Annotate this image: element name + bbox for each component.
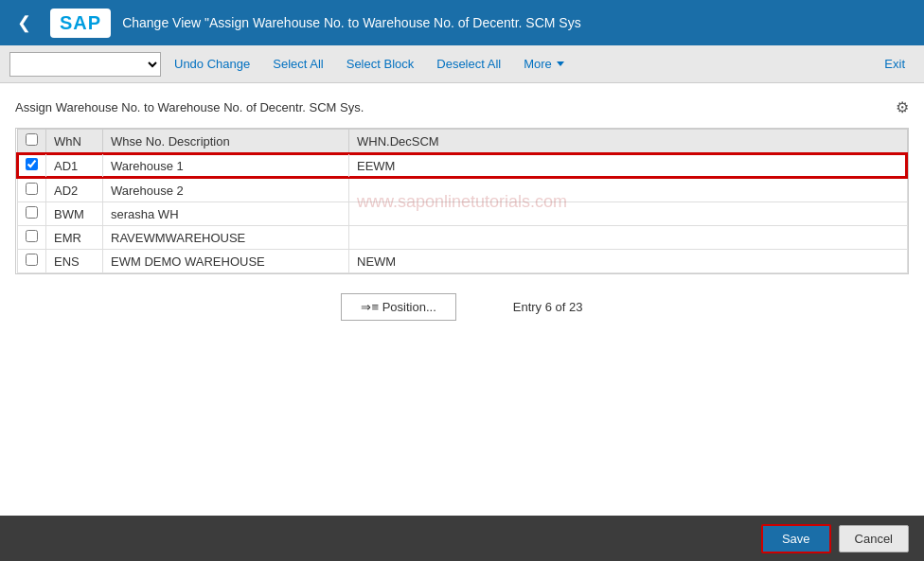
gear-icon[interactable]: ⚙ [896, 98, 909, 116]
row-checkbox[interactable] [26, 254, 38, 266]
row-desc: serasha WH [103, 202, 349, 226]
section-title: Assign Warehouse No. to Warehouse No. of… [15, 100, 364, 114]
table-container: www.saponlinetutorials.com WhN Whse No. … [15, 128, 909, 274]
row-checkbox-cell [17, 226, 46, 250]
row-desc: Warehouse 2 [103, 178, 349, 202]
position-button[interactable]: ⇒≡ Position... [341, 293, 455, 321]
entry-info: Entry 6 of 23 [513, 300, 583, 314]
data-table: WhN Whse No. Description WHN.DecSCM AD1 … [16, 129, 908, 273]
row-checkbox-cell [17, 153, 46, 178]
toolbar-select[interactable] [9, 52, 161, 77]
row-desc: Warehouse 1 [103, 153, 349, 178]
save-button[interactable]: Save [761, 524, 831, 553]
deselect-all-button[interactable]: Deselect All [427, 53, 510, 75]
header-checkbox-cell [17, 130, 46, 154]
main-content: Assign Warehouse No. to Warehouse No. of… [0, 83, 924, 516]
row-checkbox[interactable] [26, 230, 38, 242]
col-header-desc: Whse No. Description [103, 130, 349, 154]
row-whn: ENS [46, 250, 103, 273]
row-whn-dec: NEWM [349, 250, 908, 273]
col-header-whn: WhN [46, 130, 103, 154]
exit-button[interactable]: Exit [875, 53, 915, 75]
row-checkbox-cell [17, 250, 46, 273]
row-whn: AD2 [46, 178, 103, 202]
table-row[interactable]: ENS EWM DEMO WAREHOUSE NEWM [17, 250, 907, 273]
undo-change-button[interactable]: Undo Change [165, 53, 259, 75]
row-whn-dec: EEWM [349, 153, 908, 178]
more-button[interactable]: More [514, 53, 574, 75]
row-whn-dec [349, 178, 908, 202]
row-desc: EWM DEMO WAREHOUSE [103, 250, 349, 273]
more-label: More [524, 57, 552, 71]
footer-pagination: ⇒≡ Position... Entry 6 of 23 [15, 274, 909, 330]
select-all-button[interactable]: Select All [263, 53, 332, 75]
row-checkbox-cell [17, 202, 46, 226]
table-row[interactable]: BWM serasha WH [17, 202, 907, 226]
row-whn: EMR [46, 226, 103, 250]
back-button[interactable]: ❮ [9, 9, 39, 37]
row-whn-dec [349, 202, 908, 226]
select-block-button[interactable]: Select Block [337, 53, 424, 75]
section-header: Assign Warehouse No. to Warehouse No. of… [15, 98, 909, 116]
row-checkbox[interactable] [26, 183, 38, 195]
header-title: Change View "Assign Warehouse No. to War… [122, 15, 915, 30]
header-bar: ❮ SAP Change View "Assign Warehouse No. … [0, 0, 924, 45]
table-row[interactable]: AD2 Warehouse 2 [17, 178, 907, 202]
header-checkbox[interactable] [26, 133, 38, 146]
row-checkbox[interactable] [26, 206, 38, 219]
col-header-whn-dec: WHN.DecSCM [349, 130, 908, 154]
bottom-bar: Save Cancel [0, 516, 924, 561]
table-row[interactable]: EMR RAVEWMWAREHOUSE [17, 226, 907, 250]
toolbar: Undo Change Select All Select Block Dese… [0, 45, 924, 83]
table-header-row: WhN Whse No. Description WHN.DecSCM [17, 130, 907, 154]
table-row[interactable]: AD1 Warehouse 1 EEWM [17, 153, 907, 178]
row-checkbox[interactable] [26, 158, 38, 170]
row-whn: AD1 [46, 153, 103, 178]
row-checkbox-cell [17, 178, 46, 202]
row-whn: BWM [46, 202, 103, 226]
row-desc: RAVEWMWAREHOUSE [103, 226, 349, 250]
cancel-button[interactable]: Cancel [839, 525, 909, 552]
chevron-down-icon [557, 61, 564, 66]
sap-logo: SAP [50, 9, 111, 38]
row-whn-dec [349, 226, 908, 250]
